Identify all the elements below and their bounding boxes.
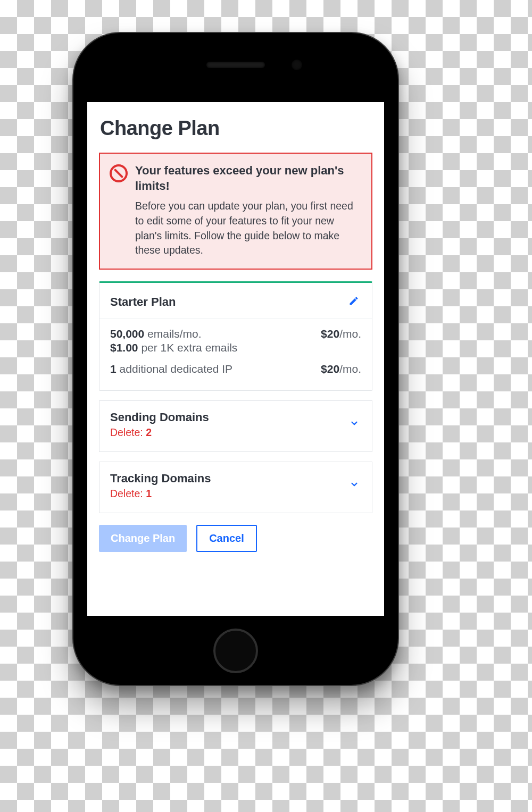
chevron-down-icon [350,480,359,489]
plan-card-header: Starter Plan [99,283,372,319]
plan-ip-price-unit: /mo. [339,363,361,375]
plan-name: Starter Plan [110,295,176,309]
sending-domains-expand[interactable] [347,416,361,433]
tracking-delete-count: 1 [146,488,152,499]
sending-domains-header: Sending Domains Delete: 2 [110,411,361,439]
phone-camera [292,60,302,70]
tracking-domains-expand[interactable] [347,478,361,494]
plan-ip-count: 1 [110,363,117,375]
alert-body: Your features exceed your new plan's lim… [135,163,362,258]
tracking-domains-title: Tracking Domains [110,472,211,485]
plan-emails-price: $20/mo. [321,328,361,340]
phone-speaker [206,62,265,68]
plan-emails-unit: emails/mo. [147,328,202,340]
pencil-icon [348,296,359,306]
sending-domains-title: Sending Domains [110,411,209,424]
plan-overage-row: $1.00 per 1K extra emails [110,341,361,354]
plan-emails-price-amount: $20 [321,328,339,340]
sending-delete-count: 2 [146,426,152,438]
sending-domains-delete: Delete: 2 [110,426,209,439]
tracking-domains-panel[interactable]: Tracking Domains Delete: 1 [99,462,372,513]
tracking-domains-header: Tracking Domains Delete: 1 [110,472,361,500]
tracking-domains-delete: Delete: 1 [110,488,211,500]
plan-emails-label: 50,000 emails/mo. [110,328,202,340]
change-plan-button[interactable]: Change Plan [99,525,187,552]
cancel-button[interactable]: Cancel [196,525,257,552]
plan-card: Starter Plan 50,000 emails/mo. [99,281,372,391]
sending-domains-panel[interactable]: Sending Domains Delete: 2 [99,400,372,452]
prohibited-icon [110,164,128,182]
plan-overage-label: $1.00 per 1K extra emails [110,341,237,354]
plan-emails-row: 50,000 emails/mo. $20/mo. [110,328,361,340]
phone-frame: Change Plan Your features exceed your ne… [72,32,399,686]
plan-emails-count: 50,000 [110,328,144,340]
plan-overage-price: $1.00 [110,341,138,354]
plan-overage-unit: per 1K extra emails [141,341,237,354]
tracking-delete-prefix: Delete: [110,488,146,499]
phone-home-button[interactable] [213,629,258,673]
alert-title: Your features exceed your new plan's lim… [135,163,362,194]
app-content: Change Plan Your features exceed your ne… [87,102,384,562]
edit-plan-button[interactable] [346,294,361,311]
sending-delete-prefix: Delete: [110,426,146,438]
stage: Change Plan Your features exceed your ne… [0,0,532,812]
plan-ip-row: 1 additional dedicated IP $20/mo. [110,363,361,375]
plan-ip-price-amount: $20 [321,363,339,375]
phone-screen: Change Plan Your features exceed your ne… [87,102,384,616]
plan-card-body: 50,000 emails/mo. $20/mo. $1.00 per 1K e… [99,319,372,390]
error-alert: Your features exceed your new plan's lim… [99,153,372,270]
action-bar: Change Plan Cancel [99,525,372,552]
chevron-down-icon [350,418,359,428]
plan-ip-label: 1 additional dedicated IP [110,363,232,375]
alert-text: Before you can update your plan, you fir… [135,199,362,258]
plan-ip-price: $20/mo. [321,363,361,375]
plan-ip-labeltext: additional dedicated IP [120,363,233,375]
page-title: Change Plan [100,117,372,140]
plan-emails-price-unit: /mo. [339,328,361,340]
